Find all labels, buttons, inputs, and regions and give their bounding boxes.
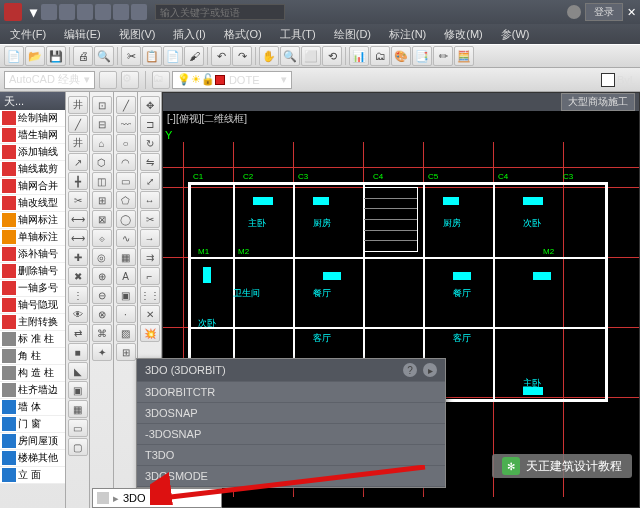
exchange-icon[interactable]: ✕: [627, 6, 636, 19]
ac-item[interactable]: -3DOSNAP: [137, 424, 445, 445]
d-arc-icon[interactable]: ◠: [116, 153, 136, 171]
menu-param[interactable]: 参(W): [497, 25, 534, 44]
tian-item[interactable]: 柱齐墙边: [0, 382, 65, 399]
line-icon[interactable]: ╱: [68, 115, 88, 133]
tian-item[interactable]: 房间屋顶: [0, 433, 65, 450]
m-rot-icon[interactable]: ↻: [140, 134, 160, 152]
sheet-icon[interactable]: 📑: [412, 46, 432, 66]
d-circle-icon[interactable]: ○: [116, 134, 136, 152]
calc-icon[interactable]: 🧮: [454, 46, 474, 66]
menu-file[interactable]: 文件(F): [6, 25, 50, 44]
ac-item[interactable]: 3DOSNAP: [137, 403, 445, 424]
d-block-icon[interactable]: ▣: [116, 286, 136, 304]
m-exp-icon[interactable]: 💥: [140, 324, 160, 342]
add-icon[interactable]: ✚: [68, 248, 88, 266]
zoom-win-icon[interactable]: ⬜: [301, 46, 321, 66]
m-mir-icon[interactable]: ⇋: [140, 153, 160, 171]
btn17[interactable]: ▦: [68, 400, 88, 418]
color-swatch[interactable]: [601, 73, 615, 87]
tian-item[interactable]: 添加轴线: [0, 144, 65, 161]
dcenter-icon[interactable]: 🗂: [370, 46, 390, 66]
tian-item[interactable]: 立 面: [0, 467, 65, 484]
dim2-icon[interactable]: ⟷: [68, 229, 88, 247]
btn-c5[interactable]: ◫: [92, 172, 112, 190]
app-icon[interactable]: [4, 3, 22, 21]
qat-undo-icon[interactable]: [95, 4, 111, 20]
tian-item[interactable]: 角 柱: [0, 348, 65, 365]
markup-icon[interactable]: ✏: [433, 46, 453, 66]
drawing-tab[interactable]: 大型商场施工: [561, 93, 635, 111]
tian-item[interactable]: 一轴多号: [0, 280, 65, 297]
ac-item[interactable]: 3DOSMODE: [137, 466, 445, 487]
ac-item[interactable]: T3DO: [137, 445, 445, 466]
tian-item[interactable]: 墙生轴网: [0, 127, 65, 144]
new-icon[interactable]: 📄: [4, 46, 24, 66]
d-poly-icon[interactable]: ⬠: [116, 191, 136, 209]
command-input[interactable]: [123, 492, 213, 504]
multi-icon[interactable]: ⋮: [68, 286, 88, 304]
join-icon[interactable]: ╋: [68, 172, 88, 190]
tian-item[interactable]: 墙 体: [0, 399, 65, 416]
del-icon[interactable]: ✖: [68, 267, 88, 285]
btn-c10[interactable]: ⊕: [92, 267, 112, 285]
btn-c7[interactable]: ⊠: [92, 210, 112, 228]
ext-icon[interactable]: ↗: [68, 153, 88, 171]
login-icon[interactable]: [567, 5, 581, 19]
btn15[interactable]: ◣: [68, 362, 88, 380]
ac-item[interactable]: 3DORBITCTR: [137, 382, 445, 403]
btn-c1[interactable]: ⊡: [92, 96, 112, 114]
d-pt-icon[interactable]: ·: [116, 305, 136, 323]
tian-item[interactable]: 门 窗: [0, 416, 65, 433]
btn-c13[interactable]: ⌘: [92, 324, 112, 342]
paste-icon[interactable]: 📄: [163, 46, 183, 66]
copy-icon[interactable]: 📋: [142, 46, 162, 66]
viewport-label[interactable]: [-][俯视][二维线框]: [163, 111, 639, 127]
d-hatch-icon[interactable]: ▦: [116, 248, 136, 266]
print-icon[interactable]: 🖨: [73, 46, 93, 66]
tian-item[interactable]: 主附转换: [0, 314, 65, 331]
tian-item[interactable]: 轴改线型: [0, 195, 65, 212]
palette-icon[interactable]: 🎨: [391, 46, 411, 66]
btn-c4[interactable]: ⬡: [92, 153, 112, 171]
btn-c2[interactable]: ⊟: [92, 115, 112, 133]
zoom-prev-icon[interactable]: ⟲: [322, 46, 342, 66]
dim1-icon[interactable]: ⟷: [68, 210, 88, 228]
tian-header[interactable]: 天...: [0, 92, 65, 110]
pan-icon[interactable]: ✋: [259, 46, 279, 66]
btn-c12[interactable]: ⊗: [92, 305, 112, 323]
btn-c6[interactable]: ⊞: [92, 191, 112, 209]
zoom-icon[interactable]: 🔍: [280, 46, 300, 66]
redo-icon[interactable]: ↷: [232, 46, 252, 66]
tian-item[interactable]: 轴线裁剪: [0, 161, 65, 178]
btn-c3[interactable]: ⌂: [92, 134, 112, 152]
d-reg-icon[interactable]: ▨: [116, 324, 136, 342]
bylayer-label[interactable]: ByL: [617, 74, 636, 86]
tian-item[interactable]: 删除轴号: [0, 263, 65, 280]
tian-item[interactable]: 轴网标注: [0, 212, 65, 229]
d-tbl-icon[interactable]: ⊞: [116, 343, 136, 361]
undo-icon[interactable]: ↶: [211, 46, 231, 66]
match-icon[interactable]: 🖌: [184, 46, 204, 66]
m-arr-icon[interactable]: ⋮⋮: [140, 286, 160, 304]
grid1-icon[interactable]: 井: [68, 96, 88, 114]
m-str-icon[interactable]: ↔: [140, 191, 160, 209]
m-era-icon[interactable]: ✕: [140, 305, 160, 323]
menu-edit[interactable]: 编辑(E): [60, 25, 105, 44]
m-off-icon[interactable]: ⇉: [140, 248, 160, 266]
btn-c14[interactable]: ✦: [92, 343, 112, 361]
layer-props-icon[interactable]: 🗂: [152, 71, 170, 89]
menu-draw[interactable]: 绘图(D): [330, 25, 375, 44]
grid2-icon[interactable]: 井: [68, 134, 88, 152]
layer-selector[interactable]: 💡 ☀ 🔓 DOTE ▾: [172, 71, 292, 89]
hide-icon[interactable]: 👁: [68, 305, 88, 323]
help-icon[interactable]: ?: [403, 363, 417, 377]
d-spline-icon[interactable]: ∿: [116, 229, 136, 247]
qat-new-icon[interactable]: [41, 4, 57, 20]
ws-gear-icon[interactable]: ⚙: [121, 71, 139, 89]
tian-item[interactable]: 添补轴号: [0, 246, 65, 263]
qat-print-icon[interactable]: [131, 4, 147, 20]
menu-tools[interactable]: 工具(T): [276, 25, 320, 44]
btn19[interactable]: ▢: [68, 438, 88, 456]
menu-format[interactable]: 格式(O): [220, 25, 266, 44]
open-icon[interactable]: 📂: [25, 46, 45, 66]
